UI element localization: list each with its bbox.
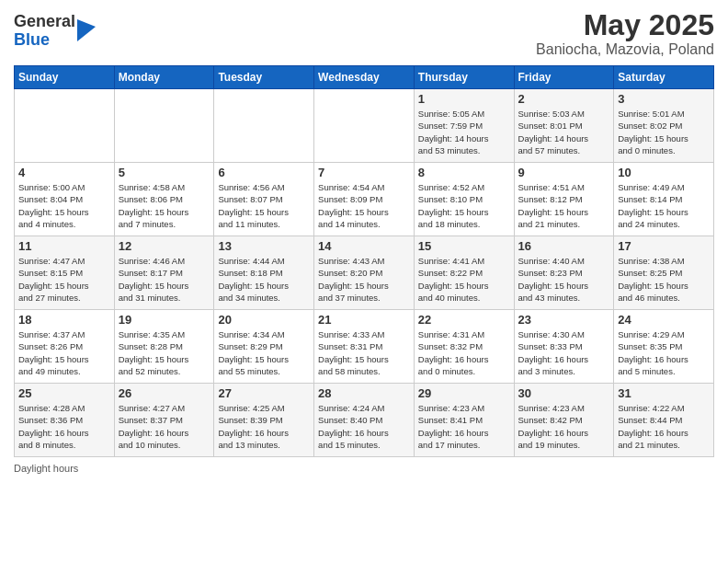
- calendar-day-header: Monday: [114, 66, 214, 89]
- page-subtitle: Baniocha, Mazovia, Poland: [536, 41, 714, 58]
- calendar-cell: [214, 89, 314, 163]
- calendar-cell: 8Sunrise: 4:52 AMSunset: 8:10 PMDaylight…: [414, 163, 514, 236]
- calendar-day-header: Thursday: [414, 66, 514, 89]
- day-number: 23: [518, 313, 610, 327]
- day-info: Sunrise: 4:23 AMSunset: 8:42 PMDaylight:…: [518, 402, 610, 451]
- day-number: 11: [18, 239, 110, 253]
- day-number: 22: [418, 313, 510, 327]
- day-number: 25: [18, 386, 110, 400]
- logo: General Blue: [14, 13, 96, 50]
- calendar-cell: 21Sunrise: 4:33 AMSunset: 8:31 PMDayligh…: [314, 310, 415, 384]
- calendar-cell: 2Sunrise: 5:03 AMSunset: 8:01 PMDaylight…: [514, 89, 614, 163]
- day-info: Sunrise: 4:30 AMSunset: 8:33 PMDaylight:…: [518, 328, 610, 377]
- page: General Blue May 2025 Baniocha, Mazovia,…: [0, 0, 728, 563]
- day-number: 10: [618, 166, 710, 179]
- calendar-day-header: Wednesday: [314, 66, 415, 89]
- day-info: Sunrise: 4:29 AMSunset: 8:35 PMDaylight:…: [618, 328, 710, 377]
- day-number: 19: [119, 313, 210, 327]
- day-number: 6: [218, 166, 310, 179]
- footer: Daylight hours: [14, 463, 714, 474]
- day-info: Sunrise: 4:34 AMSunset: 8:29 PMDaylight:…: [218, 328, 310, 377]
- day-info: Sunrise: 4:33 AMSunset: 8:31 PMDaylight:…: [318, 328, 410, 377]
- day-info: Sunrise: 4:37 AMSunset: 8:26 PMDaylight:…: [18, 328, 110, 377]
- day-info: Sunrise: 4:35 AMSunset: 8:28 PMDaylight:…: [119, 328, 210, 377]
- calendar-cell: [15, 89, 115, 163]
- calendar-cell: 20Sunrise: 4:34 AMSunset: 8:29 PMDayligh…: [214, 310, 314, 384]
- day-number: 28: [318, 386, 410, 400]
- day-number: 12: [119, 239, 210, 253]
- day-info: Sunrise: 4:23 AMSunset: 8:41 PMDaylight:…: [418, 402, 510, 451]
- calendar-cell: 11Sunrise: 4:47 AMSunset: 8:15 PMDayligh…: [15, 236, 115, 310]
- day-number: 18: [18, 313, 110, 327]
- calendar-week-row: 25Sunrise: 4:28 AMSunset: 8:36 PMDayligh…: [15, 384, 714, 457]
- day-number: 4: [18, 166, 110, 179]
- calendar-cell: 28Sunrise: 4:24 AMSunset: 8:40 PMDayligh…: [314, 384, 415, 457]
- calendar-cell: 10Sunrise: 4:49 AMSunset: 8:14 PMDayligh…: [614, 163, 714, 236]
- calendar-cell: 26Sunrise: 4:27 AMSunset: 8:37 PMDayligh…: [114, 384, 214, 457]
- day-info: Sunrise: 4:25 AMSunset: 8:39 PMDaylight:…: [218, 402, 310, 451]
- day-number: 24: [618, 313, 710, 327]
- calendar-cell: 29Sunrise: 4:23 AMSunset: 8:41 PMDayligh…: [414, 384, 514, 457]
- title-block: May 2025 Baniocha, Mazovia, Poland: [536, 9, 714, 58]
- calendar-cell: 4Sunrise: 5:00 AMSunset: 8:04 PMDaylight…: [15, 163, 115, 236]
- footer-label: Daylight hours: [14, 463, 78, 474]
- day-info: Sunrise: 4:40 AMSunset: 8:23 PMDaylight:…: [518, 255, 610, 304]
- logo-icon: [77, 19, 96, 41]
- calendar-week-row: 11Sunrise: 4:47 AMSunset: 8:15 PMDayligh…: [15, 236, 714, 310]
- day-number: 5: [119, 166, 210, 179]
- day-info: Sunrise: 5:05 AMSunset: 7:59 PMDaylight:…: [418, 108, 510, 156]
- calendar-cell: 18Sunrise: 4:37 AMSunset: 8:26 PMDayligh…: [15, 310, 115, 384]
- day-info: Sunrise: 5:00 AMSunset: 8:04 PMDaylight:…: [18, 181, 110, 230]
- day-info: Sunrise: 4:43 AMSunset: 8:20 PMDaylight:…: [318, 255, 410, 304]
- logo-blue: Blue: [14, 31, 75, 50]
- calendar-week-row: 1Sunrise: 5:05 AMSunset: 7:59 PMDaylight…: [15, 89, 714, 163]
- day-info: Sunrise: 4:24 AMSunset: 8:40 PMDaylight:…: [318, 402, 410, 451]
- calendar-cell: 15Sunrise: 4:41 AMSunset: 8:22 PMDayligh…: [414, 236, 514, 310]
- day-number: 30: [518, 386, 610, 400]
- day-number: 29: [418, 386, 510, 400]
- calendar-day-header: Sunday: [15, 66, 115, 89]
- day-number: 1: [418, 92, 510, 106]
- day-info: Sunrise: 4:51 AMSunset: 8:12 PMDaylight:…: [518, 181, 610, 230]
- calendar-week-row: 18Sunrise: 4:37 AMSunset: 8:26 PMDayligh…: [15, 310, 714, 384]
- header: General Blue May 2025 Baniocha, Mazovia,…: [14, 9, 714, 58]
- calendar-day-header: Saturday: [614, 66, 714, 89]
- calendar-table: SundayMondayTuesdayWednesdayThursdayFrid…: [14, 65, 714, 457]
- day-info: Sunrise: 4:47 AMSunset: 8:15 PMDaylight:…: [18, 255, 110, 304]
- day-info: Sunrise: 4:44 AMSunset: 8:18 PMDaylight:…: [218, 255, 310, 304]
- logo-general: General: [14, 13, 75, 31]
- calendar-cell: 3Sunrise: 5:01 AMSunset: 8:02 PMDaylight…: [614, 89, 714, 163]
- calendar-cell: 9Sunrise: 4:51 AMSunset: 8:12 PMDaylight…: [514, 163, 614, 236]
- calendar-week-row: 4Sunrise: 5:00 AMSunset: 8:04 PMDaylight…: [15, 163, 714, 236]
- day-info: Sunrise: 4:28 AMSunset: 8:36 PMDaylight:…: [18, 402, 110, 451]
- day-number: 17: [618, 239, 710, 253]
- calendar-cell: 27Sunrise: 4:25 AMSunset: 8:39 PMDayligh…: [214, 384, 314, 457]
- day-info: Sunrise: 5:01 AMSunset: 8:02 PMDaylight:…: [618, 108, 710, 156]
- calendar-cell: 31Sunrise: 4:22 AMSunset: 8:44 PMDayligh…: [614, 384, 714, 457]
- page-title: May 2025: [536, 9, 714, 41]
- day-number: 27: [218, 386, 310, 400]
- day-number: 2: [518, 92, 610, 106]
- calendar-cell: [114, 89, 214, 163]
- calendar-cell: 6Sunrise: 4:56 AMSunset: 8:07 PMDaylight…: [214, 163, 314, 236]
- day-number: 8: [418, 166, 510, 179]
- day-info: Sunrise: 4:46 AMSunset: 8:17 PMDaylight:…: [119, 255, 210, 304]
- day-number: 26: [119, 386, 210, 400]
- day-info: Sunrise: 4:58 AMSunset: 8:06 PMDaylight:…: [119, 181, 210, 230]
- calendar-cell: 13Sunrise: 4:44 AMSunset: 8:18 PMDayligh…: [214, 236, 314, 310]
- calendar-cell: 22Sunrise: 4:31 AMSunset: 8:32 PMDayligh…: [414, 310, 514, 384]
- calendar-cell: 7Sunrise: 4:54 AMSunset: 8:09 PMDaylight…: [314, 163, 415, 236]
- calendar-cell: 25Sunrise: 4:28 AMSunset: 8:36 PMDayligh…: [15, 384, 115, 457]
- day-number: 20: [218, 313, 310, 327]
- calendar-cell: 17Sunrise: 4:38 AMSunset: 8:25 PMDayligh…: [614, 236, 714, 310]
- day-number: 14: [318, 239, 410, 253]
- day-info: Sunrise: 4:54 AMSunset: 8:09 PMDaylight:…: [318, 181, 410, 230]
- calendar-cell: 12Sunrise: 4:46 AMSunset: 8:17 PMDayligh…: [114, 236, 214, 310]
- day-number: 31: [618, 386, 710, 400]
- calendar-cell: 24Sunrise: 4:29 AMSunset: 8:35 PMDayligh…: [614, 310, 714, 384]
- day-info: Sunrise: 4:31 AMSunset: 8:32 PMDaylight:…: [418, 328, 510, 377]
- day-number: 3: [618, 92, 710, 106]
- day-info: Sunrise: 4:52 AMSunset: 8:10 PMDaylight:…: [418, 181, 510, 230]
- day-info: Sunrise: 4:49 AMSunset: 8:14 PMDaylight:…: [618, 181, 710, 230]
- day-number: 16: [518, 239, 610, 253]
